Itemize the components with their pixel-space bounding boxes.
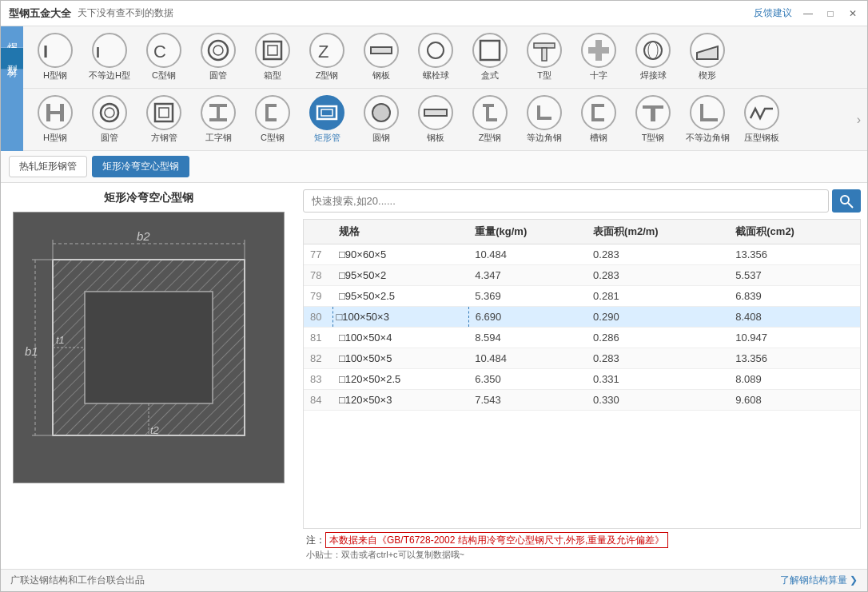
row-area: 13.356 (729, 348, 860, 369)
icon-circle (527, 33, 562, 68)
search-input[interactable] (303, 189, 829, 213)
icon-round-pipe-profile[interactable]: 圆管 (84, 92, 135, 147)
table-row[interactable]: 83□120×50×2.56.3500.3318.089 (304, 369, 860, 390)
svg-point-16 (648, 42, 658, 59)
profile-icon-row: H型钢 圆管 方钢管 (23, 89, 867, 151)
icon-circle (418, 95, 453, 130)
table-row[interactable]: 84□120×50×37.5430.3309.608 (304, 390, 860, 411)
icon-c-steel-profile[interactable]: C型钢 (247, 92, 298, 147)
welding-icon-row: I H型钢 I 不等边H型 C C型钢 (23, 26, 867, 89)
icon-box-welding[interactable]: 箱型 (247, 30, 298, 85)
icon-plate-welding[interactable]: 钢板 (356, 30, 407, 85)
table-row[interactable]: 80□100×50×36.6900.2908.408 (304, 307, 860, 328)
svg-point-22 (105, 108, 114, 117)
right-panel: 规格 重量(kg/m) 表面积(m2/m) 截面积(cm2) 77□90×60×… (297, 183, 867, 569)
row-number: 79 (304, 286, 332, 307)
icon-rect-pipe-profile[interactable]: 矩形管 (301, 92, 352, 147)
icon-h-steel-profile[interactable]: H型钢 (30, 92, 81, 147)
table-row[interactable]: 82□100×50×510.4840.28313.356 (304, 348, 860, 369)
svg-rect-23 (155, 104, 173, 121)
table-wrapper[interactable]: 规格 重量(kg/m) 表面积(m2/m) 截面积(cm2) 77□90×60×… (303, 219, 861, 529)
svg-rect-40 (591, 104, 604, 107)
icon-plate-profile[interactable]: 钢板 (410, 92, 461, 147)
icon-circle (581, 95, 616, 130)
icon-circle: I (38, 33, 73, 68)
tip-text: 小贴士：双击或者ctrl+c可以复制数据哦~ (306, 549, 858, 561)
col-spec: 规格 (332, 220, 468, 244)
icon-t-steel-profile[interactable]: T型钢 (627, 92, 679, 147)
icon-unequal-angle-profile[interactable]: 不等边角钢 (682, 92, 733, 147)
svg-rect-11 (534, 43, 555, 48)
svg-text:b1: b1 (25, 344, 38, 358)
sidebar-tab-profile[interactable]: 型材 (1, 48, 23, 70)
title-bar-left: 型钢五金大全 天下没有查不到的数据 (9, 6, 173, 21)
icon-label: 圆管 (101, 132, 118, 144)
icon-circle (690, 95, 725, 130)
close-button[interactable]: ✕ (846, 7, 859, 20)
minimize-button[interactable]: — (802, 7, 814, 20)
icon-bolt-ball-welding[interactable]: 螺栓球 (410, 30, 461, 85)
sub-tab-cold-bend[interactable]: 矩形冷弯空心型钢 (92, 156, 189, 177)
icon-box2-welding[interactable]: 盒式 (464, 30, 516, 85)
table-row[interactable]: 81□100×50×48.5940.28610.947 (304, 328, 860, 348)
row-surface: 0.283 (587, 348, 729, 369)
icon-sq-pipe-profile[interactable]: 方钢管 (138, 92, 189, 147)
icon-label: C型钢 (152, 70, 176, 81)
row-end-arrow[interactable]: › (857, 113, 861, 127)
icon-z-steel-welding[interactable]: Z Z型钢 (301, 30, 352, 85)
icon-h-steel-welding[interactable]: I H型钢 (30, 30, 81, 85)
svg-rect-44 (651, 109, 655, 121)
svg-point-9 (428, 42, 444, 58)
row-spec: □95×50×2.5 (332, 286, 468, 307)
icon-unequal-h-welding[interactable]: I 不等边H型 (84, 30, 135, 85)
table-row[interactable]: 78□95×50×24.3470.2835.537 (304, 265, 860, 286)
diagram-title: 矩形冷弯空心型钢 (104, 191, 193, 205)
svg-rect-8 (371, 47, 392, 54)
icon-label: 钢板 (372, 70, 390, 81)
row-surface: 0.283 (587, 244, 729, 265)
row-number: 81 (304, 328, 332, 348)
icon-z-steel-profile[interactable]: Z型钢 (464, 92, 516, 147)
search-button[interactable] (832, 189, 861, 213)
svg-point-4 (213, 46, 223, 55)
icon-label: Z型钢 (479, 132, 502, 144)
icon-weld-sphere-welding[interactable]: 焊接球 (627, 30, 679, 85)
icon-circle (364, 95, 399, 130)
icon-label: 盒式 (481, 70, 499, 81)
icon-cross-welding[interactable]: 十字 (573, 30, 624, 85)
icon-round-pipe-welding[interactable]: 圆管 (193, 30, 244, 85)
note-area: 注：本数据来自《GB/T6728-2002 结构用冷弯空心型钢尺寸,外形,重量及… (303, 529, 861, 562)
svg-rect-36 (486, 118, 497, 121)
icon-circle (690, 33, 725, 68)
row-weight: 6.690 (468, 307, 587, 328)
svg-text:I: I (96, 45, 100, 61)
restore-button[interactable]: □ (824, 7, 837, 20)
icon-circle (635, 95, 671, 130)
icon-pressed-plate-profile[interactable]: 压型钢板 (736, 92, 787, 147)
svg-rect-39 (537, 117, 551, 120)
data-table: 规格 重量(kg/m) 表面积(m2/m) 截面积(cm2) 77□90×60×… (304, 220, 860, 411)
icon-label: H型钢 (43, 70, 67, 81)
row-area: 9.608 (729, 390, 860, 411)
row-spec: □120×50×2.5 (332, 369, 468, 390)
table-row[interactable]: 77□90×60×510.4840.28313.356 (304, 244, 860, 265)
sub-tab-hot-roll[interactable]: 热轧矩形钢管 (9, 156, 87, 177)
table-row[interactable]: 79□95×50×2.55.3690.2816.839 (304, 286, 860, 307)
row-weight: 4.347 (468, 265, 587, 286)
icon-round-steel-profile[interactable]: 圆钢 (356, 92, 407, 147)
icon-equal-angle-profile[interactable]: 等边角钢 (519, 92, 570, 147)
icon-i-steel-profile[interactable]: 工字钢 (193, 92, 244, 147)
steel-link[interactable]: 了解钢结构算量 ❯ (780, 574, 858, 587)
row-area: 13.356 (729, 244, 860, 265)
icon-c-steel-welding[interactable]: C C型钢 (138, 30, 189, 85)
feedback-link[interactable]: 反馈建议 (754, 6, 792, 20)
icon-t-steel-welding[interactable]: T型 (519, 30, 570, 85)
icon-label: 等边角钢 (527, 132, 562, 144)
icon-circle (255, 33, 290, 68)
sidebar-tab-welding[interactable]: 焊接 (1, 26, 23, 48)
row-surface: 0.283 (587, 265, 729, 286)
icon-channel-profile[interactable]: 槽钢 (573, 92, 624, 147)
svg-rect-10 (480, 41, 500, 60)
row-area: 5.537 (729, 265, 860, 286)
icon-wedge-welding[interactable]: 楔形 (682, 30, 733, 85)
